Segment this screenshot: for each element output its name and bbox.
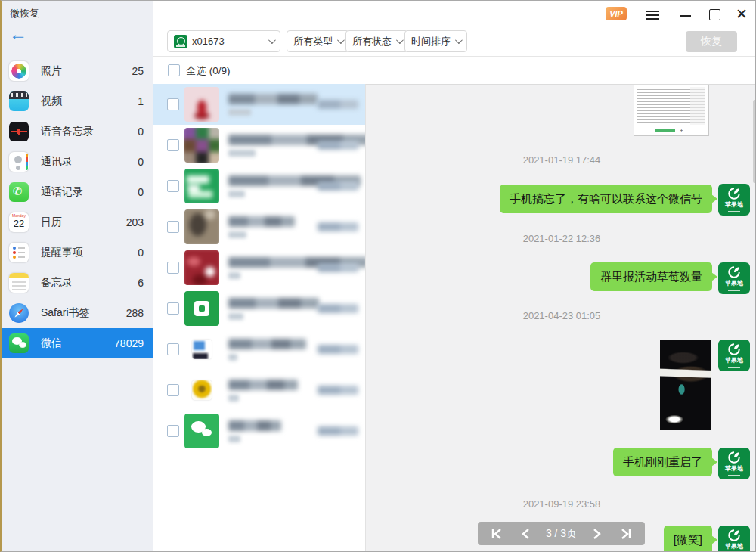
- sidebar-item-count: 0: [138, 247, 144, 259]
- sidebar-item-label: 微信: [41, 336, 114, 350]
- row-checkbox[interactable]: [167, 139, 179, 151]
- sender-avatar: 苹果地: [718, 340, 750, 371]
- app-title: 微恢复: [10, 7, 39, 20]
- row-checkbox[interactable]: [167, 343, 179, 355]
- status-filter-dropdown[interactable]: 所有状态: [345, 30, 408, 52]
- official-account-avatar: [184, 291, 219, 326]
- message-timestamp: 2021-04-23 01:05: [366, 310, 756, 321]
- sidebar-item-count: 0: [138, 156, 144, 168]
- outgoing-message-bubble: 手机刚刚重启了: [613, 448, 712, 476]
- conversation-row[interactable]: [153, 329, 365, 370]
- menu-icon[interactable]: [643, 5, 662, 23]
- sidebar-item-videos[interactable]: 视频 1: [2, 86, 153, 116]
- row-checkbox[interactable]: [167, 425, 179, 437]
- censored-contact-name: [228, 298, 319, 309]
- contact-avatar: [192, 340, 212, 359]
- next-page-button[interactable]: [589, 527, 606, 541]
- sidebar-item-label: 提醒事项: [41, 246, 138, 259]
- sidebar-item-count: 288: [126, 307, 144, 319]
- chat-scrollbar[interactable]: [753, 100, 756, 183]
- conversation-row[interactable]: [153, 84, 365, 125]
- sidebar-item-label: 照片: [41, 64, 132, 78]
- censored-badge: [228, 191, 245, 197]
- row-checkbox[interactable]: [167, 302, 179, 315]
- sender-avatar: 苹果地: [718, 448, 750, 479]
- sidebar-item-label: 通讯录: [41, 155, 138, 169]
- sidebar-item-label: 语音备忘录: [41, 125, 138, 138]
- first-page-button[interactable]: [488, 527, 505, 541]
- outgoing-message-bubble: [微笑]: [664, 526, 712, 552]
- conversation-row[interactable]: [153, 370, 365, 411]
- sidebar-item-count: 6: [138, 277, 144, 289]
- sidebar-item-reminders[interactable]: 提醒事项 0: [2, 237, 153, 268]
- row-checkbox[interactable]: [167, 180, 179, 192]
- censored-contact-name: [228, 94, 318, 104]
- pagination-bar: 3 / 3页: [478, 522, 645, 545]
- avatar-brand-label: 苹果地: [718, 280, 750, 287]
- contacts-icon: [9, 152, 29, 172]
- sidebar-item-voice-memos[interactable]: 语音备忘录 0: [2, 116, 153, 147]
- sidebar-item-wechat[interactable]: 微信 78029: [2, 328, 153, 358]
- sidebar-item-notes[interactable]: 备忘录 6: [2, 268, 153, 298]
- sidebar-item-safari-bookmarks[interactable]: Safari书签 288: [2, 298, 153, 328]
- top-bar: VIP ✕ x01673 所有类型 所有状态 时间排序 恢复: [153, 1, 756, 57]
- conversation-row[interactable]: [153, 206, 365, 247]
- chevron-down-icon: [268, 36, 276, 44]
- group-avatar: [184, 128, 219, 163]
- table-screenshot-message[interactable]: +: [634, 85, 709, 136]
- censored-badge: [228, 354, 237, 361]
- conversation-row[interactable]: [153, 166, 365, 206]
- censored-date: [318, 181, 358, 191]
- photo-message[interactable]: [660, 340, 711, 430]
- sidebar-item-call-log[interactable]: 通话记录 0: [2, 177, 153, 207]
- conversation-row[interactable]: [153, 288, 365, 329]
- sidebar-item-label: 视频: [41, 95, 138, 108]
- row-checkbox[interactable]: [167, 221, 179, 233]
- select-all-bar: 全选 (0/9): [153, 57, 756, 84]
- account-dropdown[interactable]: x01673: [167, 30, 280, 52]
- minimize-button[interactable]: [676, 5, 696, 23]
- conversation-row[interactable]: [153, 411, 365, 451]
- censored-badge: [228, 313, 243, 320]
- contact-avatar: [184, 250, 219, 285]
- back-arrow-icon[interactable]: ←: [9, 25, 27, 43]
- row-checkbox[interactable]: [167, 384, 179, 396]
- avatar-brand-label: 苹果地: [718, 465, 750, 472]
- sidebar-item-count: 78029: [114, 337, 144, 349]
- row-checkbox[interactable]: [167, 98, 179, 110]
- row-checkbox[interactable]: [167, 262, 179, 274]
- conversation-row[interactable]: [153, 247, 365, 288]
- notes-icon: [9, 273, 29, 293]
- sidebar-item-label: 备忘录: [41, 276, 138, 290]
- sidebar-item-label: Safari书签: [41, 306, 126, 320]
- voice-memos-icon: [9, 122, 29, 141]
- avatar-brand-label: 苹果地: [718, 543, 750, 550]
- censored-date: [318, 100, 358, 109]
- status-filter-value: 所有状态: [352, 35, 392, 48]
- recover-button[interactable]: 恢复: [686, 31, 737, 52]
- vip-badge[interactable]: VIP: [606, 7, 627, 20]
- last-page-button[interactable]: [618, 527, 634, 541]
- close-button[interactable]: ✕: [732, 5, 751, 23]
- sidebar: 微恢复 ← 照片 25 视频 1 语音备忘录 0 通讯录 0 通话记录 0: [2, 1, 153, 552]
- sidebar-item-calendar[interactable]: Monday 22 日历 203: [2, 207, 153, 237]
- sidebar-item-contacts[interactable]: 通讯录 0: [2, 147, 153, 177]
- videos-icon: [9, 91, 29, 111]
- conversation-row[interactable]: [153, 125, 365, 166]
- message-timestamp: 2021-01-19 17:44: [366, 154, 756, 166]
- app-window: 微恢复 ← 照片 25 视频 1 语音备忘录 0 通讯录 0 通话记录 0: [0, 0, 756, 552]
- contact-avatar: [184, 87, 219, 122]
- sort-dropdown[interactable]: 时间排序: [404, 30, 467, 52]
- sidebar-item-count: 0: [138, 126, 144, 138]
- censored-contact-name: [228, 339, 306, 349]
- select-all-checkbox[interactable]: [168, 64, 180, 76]
- contact-avatar: [184, 169, 219, 203]
- sender-avatar: 苹果地: [718, 262, 750, 294]
- chevron-down-icon: [337, 36, 345, 44]
- sidebar-item-photos[interactable]: 照片 25: [2, 56, 153, 86]
- censored-date: [318, 141, 358, 150]
- type-filter-dropdown[interactable]: 所有类型: [287, 30, 349, 52]
- censored-date: [318, 263, 358, 272]
- maximize-button[interactable]: [705, 5, 724, 23]
- previous-page-button[interactable]: [517, 527, 534, 541]
